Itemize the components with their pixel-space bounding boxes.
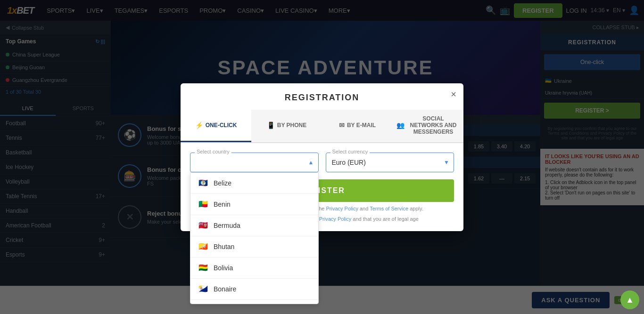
lightning-icon: ⚡ (195, 121, 203, 129)
google-privacy-link[interactable]: Privacy Policy (326, 206, 358, 211)
bonaire-flag: 🇧🇶 (198, 283, 209, 295)
currency-select[interactable]: Euro (EUR) (326, 153, 454, 172)
form-row-country-currency: Select country ▲ 🇧🇿 Belize 🇧🇯 Benin � (190, 153, 454, 172)
scroll-up-button[interactable]: ▲ (620, 290, 639, 309)
google-terms-link[interactable]: Terms of Service (370, 206, 408, 211)
country-search-input[interactable] (190, 153, 319, 172)
tab-oneclick[interactable]: ⚡ ONE-CLICK (181, 110, 251, 142)
bermuda-flag: 🇧🇲 (198, 220, 209, 231)
bolivia-flag: 🇧🇴 (198, 262, 209, 274)
currency-select-group: Select currency Euro (EUR) ▼ (326, 153, 454, 172)
country-label: Select country (195, 149, 231, 154)
benin-flag: 🇧🇯 (198, 199, 209, 210)
social-icon: 👥 (396, 121, 405, 129)
country-select-group: Select country ▲ 🇧🇿 Belize 🇧🇯 Benin � (190, 153, 319, 172)
tab-byphone[interactable]: 📱 BY PHONE (251, 110, 322, 142)
list-item[interactable]: 🇧🇿 Belize (190, 173, 318, 194)
registration-modal: × REGISTRATION ⚡ ONE-CLICK 📱 BY PHONE ✉ … (181, 83, 463, 231)
belize-flag: 🇧🇿 (198, 177, 209, 189)
list-item[interactable]: 🇧🇴 Bolivia (190, 258, 318, 279)
modal-body: Select country ▲ 🇧🇿 Belize 🇧🇯 Benin � (181, 143, 463, 231)
privacy-policy-link[interactable]: Privacy Policy (319, 216, 351, 222)
bhutan-flag: 🇧🇹 (198, 241, 209, 252)
list-item[interactable]: 🇧🇶 Bonaire (190, 279, 318, 300)
tab-byemail[interactable]: ✉ BY E-MAIL (322, 110, 393, 142)
list-item[interactable]: 🇧🇯 Benin (190, 194, 318, 215)
close-button[interactable]: × (451, 89, 456, 100)
modal-title: REGISTRATION (181, 83, 463, 110)
tab-socialnetworks[interactable]: 👥 SOCIAL NETWORKS AND MESSENGERS (393, 110, 463, 142)
country-dropdown: 🇧🇿 Belize 🇧🇯 Benin 🇧🇲 Bermuda 🇧🇹 Bhutan (190, 172, 319, 304)
list-item[interactable]: 🇧🇦 Bosnia and Herzegovina (190, 300, 318, 304)
list-item[interactable]: 🇧🇲 Bermuda (190, 215, 318, 236)
email-icon: ✉ (339, 121, 345, 129)
registration-tabs: ⚡ ONE-CLICK 📱 BY PHONE ✉ BY E-MAIL 👥 SOC… (181, 110, 463, 143)
list-item[interactable]: 🇧🇹 Bhutan (190, 236, 318, 258)
currency-label: Select currency (330, 149, 370, 154)
phone-icon: 📱 (267, 121, 275, 129)
